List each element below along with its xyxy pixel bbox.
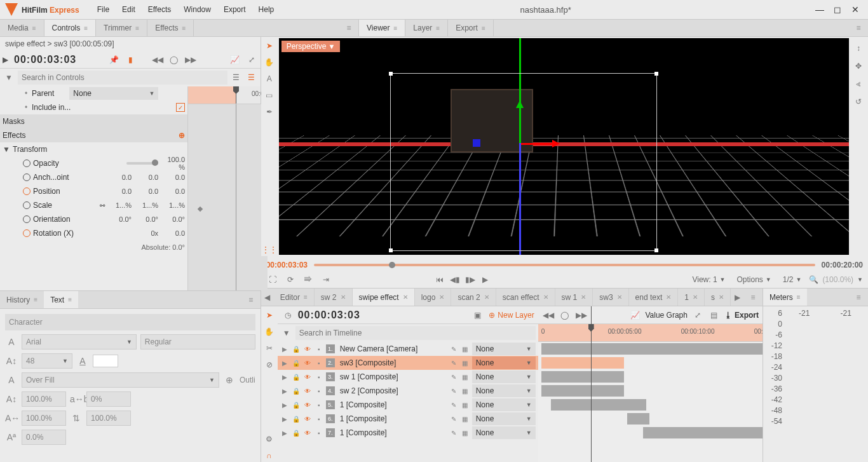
tab-next-icon[interactable]: ▶ [731,291,743,304]
edit-icon[interactable]: ✎ [449,430,458,437]
eye-icon[interactable]: 👁 [303,374,312,381]
select-tool-icon[interactable]: ➤ [263,39,276,52]
prop-value[interactable]: 0.0 [161,229,185,237]
keyframe-toggle[interactable] [23,229,31,237]
font-dropdown[interactable]: Arial▼ [22,334,137,350]
playhead[interactable] [236,86,236,104]
view-dropdown[interactable]: View: 1 ▼ [688,274,729,285]
viewport[interactable]: Perspective ▼ [279,38,849,255]
lock-icon[interactable]: 🔒 [292,374,301,381]
eye-icon[interactable]: 👁 [303,360,312,367]
export-button[interactable]: ⭳ Export [724,311,759,320]
keyframe-toggle[interactable] [23,160,31,167]
layer-row[interactable]: ▶🔒👁▪1.New Camera [Camera]✎▦None▼ [278,342,538,356]
prop-value[interactable]: 0.0 [161,187,185,195]
prop-value[interactable]: 1...% [107,201,132,209]
eye-icon[interactable]: 👁 [303,416,312,423]
solo-icon[interactable]: ▪ [315,430,323,437]
slice-tool-icon[interactable]: ✂ [263,342,276,355]
menu-export[interactable]: Export [219,3,251,17]
keyframe-toggle[interactable] [23,173,31,181]
maximize-button[interactable]: ◻ [830,3,845,16]
panel-tab-viewer[interactable]: Viewer≡ [359,20,405,36]
add-icon[interactable]: ⊕ [223,375,236,385]
lock-icon[interactable]: 🔒 [292,402,301,409]
parent-dropdown[interactable]: None ▼ [69,87,158,100]
color-swatch[interactable] [93,355,118,367]
panel-tab-export[interactable]: Export≡ [448,20,494,36]
keyframe-toggle[interactable] [23,187,31,195]
add-effect-icon[interactable]: ⊕ [179,131,185,140]
close-tab-icon[interactable]: ✕ [719,294,724,301]
panel-tab-effects[interactable]: Effects≡ [147,20,194,36]
viewer-scrubber[interactable] [314,264,815,266]
edit-icon[interactable]: ✎ [449,360,458,367]
panel-menu-icon[interactable]: ≡ [849,289,868,306]
keyframe-toggle[interactable] [23,201,31,209]
snap-icon[interactable]: ⋮⋮ [263,243,276,256]
prev-key-icon[interactable]: ◀◀ [151,53,164,66]
panel-menu-icon[interactable]: ≡ [241,291,261,308]
parent-dropdown[interactable]: None▼ [472,357,536,369]
fit-icon[interactable]: ⤢ [691,309,704,322]
solo-icon[interactable]: ▪ [315,374,323,381]
controls-timecode[interactable]: 00:00:03:03 [14,54,76,65]
effects-header[interactable]: Effects ⊕ [0,128,187,142]
fx-icon[interactable]: ▦ [461,402,470,409]
solo-icon[interactable]: ▪ [315,388,323,395]
parent-dropdown[interactable]: None▼ [472,426,536,439]
controls-timeline[interactable]: 00:00:05:00 00:00:10:00 [187,86,261,290]
options-dropdown[interactable]: Options ▼ [733,274,775,285]
layer-row[interactable]: ▶🔒👁▪6.1 [Composite]✎▦None▼ [278,412,538,426]
fx-icon[interactable]: ▦ [461,388,470,395]
layer-name[interactable]: sw3 [Composite] [337,358,447,367]
lock-icon[interactable]: 🔒 [292,360,301,367]
editor-tab[interactable]: Editor≡ [274,289,315,306]
timeline-clip[interactable] [541,343,763,355]
next-key-icon[interactable]: ▶▶ [575,309,588,322]
disclosure-icon[interactable]: ▶ [280,346,289,353]
keyframe-toggle[interactable] [23,215,31,223]
solo-icon[interactable]: ▪ [315,346,323,353]
size-input[interactable]: 48▼ [22,353,72,369]
panel-tab-layer[interactable]: Layer≡ [405,20,448,36]
select-tool-icon[interactable]: ➤ [263,309,276,322]
parent-dropdown[interactable]: None▼ [472,370,536,383]
layer-row[interactable]: ▶🔒👁▪4.sw 2 [Composite]✎▦None▼ [278,384,538,398]
editor-tab[interactable]: sw 1✕ [555,289,593,306]
layer-row[interactable]: ▶🔒👁▪7.1 [Composite]✎▦None▼ [278,426,538,440]
style-dropdown[interactable]: Regular [140,334,255,350]
play-icon[interactable]: ▶ [479,273,492,286]
hand-tool-icon[interactable]: ✋ [263,56,276,69]
solo-icon[interactable]: ▪ [315,402,323,409]
include-checkbox[interactable]: ✓ [176,103,185,112]
panel-menu-icon[interactable]: ≡ [849,20,868,36]
composite-icon[interactable]: ▣ [471,309,484,322]
menu-effects[interactable]: Effects [143,3,176,17]
disclosure-icon[interactable]: ▶ [3,55,10,64]
fx-icon[interactable]: ▦ [461,346,470,353]
close-tab-icon[interactable]: ✕ [693,294,698,301]
loop-icon[interactable]: ⟳ [284,273,297,286]
prev-key-icon[interactable]: ◀◀ [542,309,555,322]
close-button[interactable]: ✕ [848,3,863,16]
fx-icon[interactable]: ▦ [461,416,470,423]
fill-dropdown[interactable]: Over Fill▼ [22,372,219,388]
parent-dropdown[interactable]: None▼ [472,412,536,425]
fx-icon[interactable]: ▦ [461,374,470,381]
edit-icon[interactable]: ✎ [449,402,458,409]
pin-icon[interactable]: 📌 [108,53,121,66]
edit-icon[interactable]: ✎ [449,346,458,353]
hand-tool-icon[interactable]: ✋ [263,325,276,338]
move-icon[interactable]: ✥ [852,60,865,72]
parent-dropdown[interactable]: None▼ [472,343,536,355]
leading-input[interactable]: 100.0% [86,411,131,426]
editor-tab[interactable]: 1✕ [678,289,705,306]
next-key-icon[interactable]: ▶▶ [184,53,197,66]
parent-dropdown[interactable]: None▼ [472,384,536,397]
editor-tab[interactable]: scan 2✕ [451,289,496,306]
parent-dropdown[interactable]: None▼ [472,398,536,411]
editor-timeline[interactable]: ◀◀ ◯ ▶▶ 📈 Value Graph ⤢ ▤ ⭳ Export 0 [538,306,763,462]
layer-row[interactable]: ▶🔒👁▪2.sw3 [Composite]✎▦None▼ [278,356,538,370]
controls-ruler[interactable]: 00:00:05:00 00:00:10:00 [188,86,261,104]
